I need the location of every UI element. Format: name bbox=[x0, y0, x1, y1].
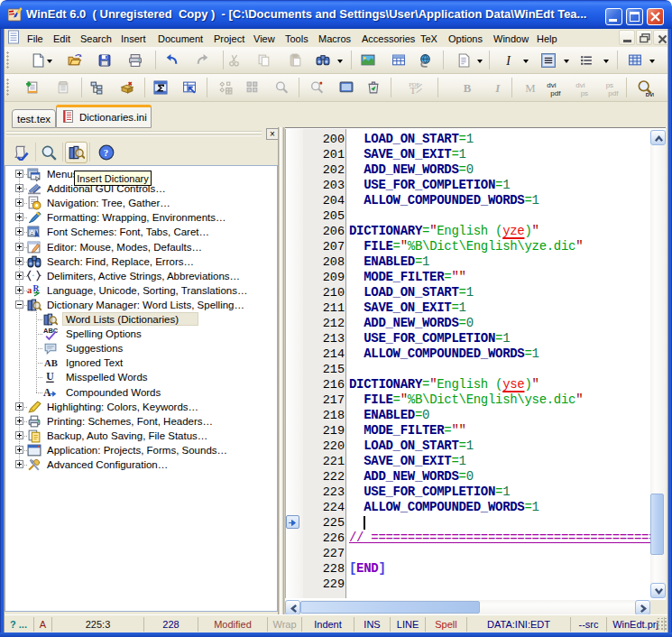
svg-text:dvi: dvi bbox=[547, 81, 556, 89]
svg-text:U: U bbox=[46, 371, 54, 383]
svg-text:DVI: DVI bbox=[646, 92, 654, 97]
svg-text:I: I bbox=[494, 82, 501, 95]
svg-text:pdf: pdf bbox=[550, 89, 561, 97]
svg-text:ABC: ABC bbox=[43, 327, 58, 335]
svg-text:pdf: pdf bbox=[608, 89, 619, 97]
svg-text:A: A bbox=[43, 387, 51, 399]
svg-text:?: ? bbox=[104, 147, 108, 158]
svg-text:T: T bbox=[410, 85, 416, 96]
svg-text:ps: ps bbox=[606, 81, 613, 89]
svg-text:ps: ps bbox=[581, 89, 588, 97]
svg-text:I: I bbox=[505, 54, 511, 68]
svg-text:AB: AB bbox=[44, 358, 58, 368]
svg-text:a: a bbox=[27, 285, 32, 295]
svg-text:M: M bbox=[525, 82, 535, 95]
svg-text:B: B bbox=[464, 82, 472, 95]
svg-text:dvi: dvi bbox=[575, 81, 585, 89]
